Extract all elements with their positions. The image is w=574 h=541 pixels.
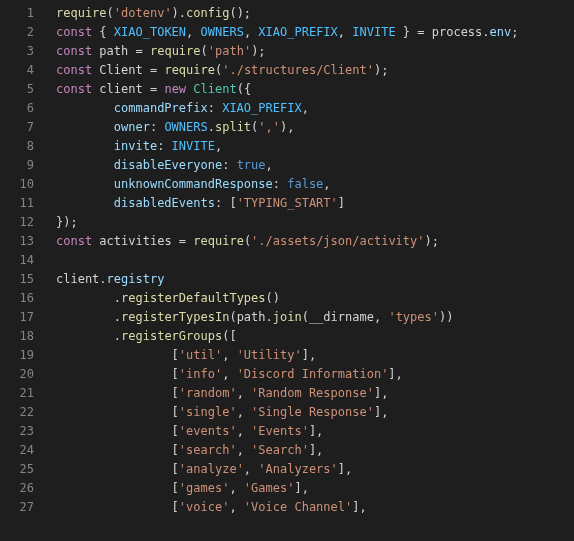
line-number: 12 (0, 213, 34, 232)
token-punct: : (273, 177, 287, 191)
token-punct: . (266, 310, 273, 324)
code-line[interactable]: commandPrefix: XIAO_PREFIX, (56, 99, 518, 118)
token-ident: path (237, 310, 266, 324)
token-punct: : (150, 120, 164, 134)
token-prop: owner (114, 120, 150, 134)
line-number: 19 (0, 346, 34, 365)
code-line[interactable]: ['random', 'Random Response'], (56, 384, 518, 403)
code-line[interactable]: const path = require('path'); (56, 42, 518, 61)
token-constname: XIAO_PREFIX (258, 25, 337, 39)
code-line[interactable]: .registerGroups([ (56, 327, 518, 346)
token-str: 'types' (388, 310, 439, 324)
token-punct: }); (56, 215, 78, 229)
code-line[interactable]: .registerDefaultTypes() (56, 289, 518, 308)
token-punct: , (229, 481, 243, 495)
line-number: 21 (0, 384, 34, 403)
token-fn: require (56, 6, 107, 20)
token-str: 'events' (179, 424, 237, 438)
code-line[interactable]: ['voice', 'Voice Channel'], (56, 498, 518, 517)
line-number: 7 (0, 118, 34, 137)
code-line[interactable]: invite: INVITE, (56, 137, 518, 156)
token-prop: disabledEvents (114, 196, 215, 210)
token-constname: INVITE (172, 139, 215, 153)
token-kw: const (56, 44, 92, 58)
line-number: 2 (0, 23, 34, 42)
token-punct: { (92, 25, 114, 39)
token-punct: . (482, 25, 489, 39)
code-line[interactable]: ['search', 'Search'], (56, 441, 518, 460)
token-fn: registerTypesIn (121, 310, 229, 324)
token-punct: ] (338, 196, 345, 210)
token-punct: [ (172, 348, 179, 362)
line-number: 15 (0, 270, 34, 289)
code-line[interactable]: .registerTypesIn(path.join(__dirname, 't… (56, 308, 518, 327)
token-punct: ); (374, 63, 388, 77)
code-line[interactable]: client.registry (56, 270, 518, 289)
token-prop: unknownCommandResponse (114, 177, 273, 191)
token-punct: ], (302, 348, 316, 362)
code-line[interactable] (56, 251, 518, 270)
token-prop: disableEveryone (114, 158, 222, 172)
token-prop: invite (114, 139, 157, 153)
token-constname: OWNERS (201, 25, 244, 39)
line-number-gutter: 1234567891011121314151617181920212223242… (0, 0, 48, 541)
token-kw: const (56, 63, 92, 77)
token-str: 'info' (179, 367, 222, 381)
token-prop: commandPrefix (114, 101, 208, 115)
code-line[interactable]: disableEveryone: true, (56, 156, 518, 175)
code-editor[interactable]: 1234567891011121314151617181920212223242… (0, 0, 574, 541)
token-str: 'games' (179, 481, 230, 495)
token-punct: )) (439, 310, 453, 324)
token-punct: ), (280, 120, 294, 134)
code-line[interactable]: ['analyze', 'Analyzers'], (56, 460, 518, 479)
line-number: 20 (0, 365, 34, 384)
line-number: 17 (0, 308, 34, 327)
code-line[interactable]: const activities = require('./assets/jso… (56, 232, 518, 251)
token-bool: false (287, 177, 323, 191)
token-punct: [ (172, 500, 179, 514)
code-line[interactable]: const Client = require('./structures/Cli… (56, 61, 518, 80)
token-str: 'util' (179, 348, 222, 362)
code-line[interactable]: unknownCommandResponse: false, (56, 175, 518, 194)
code-content[interactable]: require('dotenv').config();const { XIAO_… (48, 0, 518, 541)
code-line[interactable]: owner: OWNERS.split(','), (56, 118, 518, 137)
token-punct: . (114, 329, 121, 343)
token-str: 'Discord Information' (237, 367, 389, 381)
token-class: Client (193, 82, 236, 96)
code-line[interactable]: ['single', 'Single Response'], (56, 403, 518, 422)
token-punct: , (266, 158, 273, 172)
token-punct: ). (172, 6, 186, 20)
token-punct: , (215, 139, 222, 153)
code-line[interactable]: const { XIAO_TOKEN, OWNERS, XIAO_PREFIX,… (56, 23, 518, 42)
token-constname: XIAO_PREFIX (222, 101, 301, 115)
token-ident: Client (99, 63, 142, 77)
token-punct: ( (107, 6, 114, 20)
token-punct: ], (374, 386, 388, 400)
line-number: 26 (0, 479, 34, 498)
token-punct: , (186, 25, 200, 39)
token-punct: = (143, 63, 165, 77)
line-number: 4 (0, 61, 34, 80)
code-line[interactable]: ['info', 'Discord Information'], (56, 365, 518, 384)
code-line[interactable]: ['util', 'Utility'], (56, 346, 518, 365)
line-number: 13 (0, 232, 34, 251)
code-line[interactable]: disabledEvents: ['TYPING_START'] (56, 194, 518, 213)
token-punct: [ (172, 462, 179, 476)
code-line[interactable]: ['games', 'Games'], (56, 479, 518, 498)
token-bool: true (237, 158, 266, 172)
code-line[interactable]: ['events', 'Events'], (56, 422, 518, 441)
line-number: 1 (0, 4, 34, 23)
token-punct: : (208, 101, 222, 115)
token-punct: ], (294, 481, 308, 495)
token-punct: ([ (222, 329, 236, 343)
token-str: 'Single Response' (251, 405, 374, 419)
token-str: 'TYPING_START' (237, 196, 338, 210)
code-line[interactable]: require('dotenv').config(); (56, 4, 518, 23)
token-punct: , (338, 25, 352, 39)
token-punct: , (222, 348, 236, 362)
token-punct: ; (511, 25, 518, 39)
token-kw: const (56, 25, 92, 39)
token-str: 'voice' (179, 500, 230, 514)
code-line[interactable]: const client = new Client({ (56, 80, 518, 99)
code-line[interactable]: }); (56, 213, 518, 232)
